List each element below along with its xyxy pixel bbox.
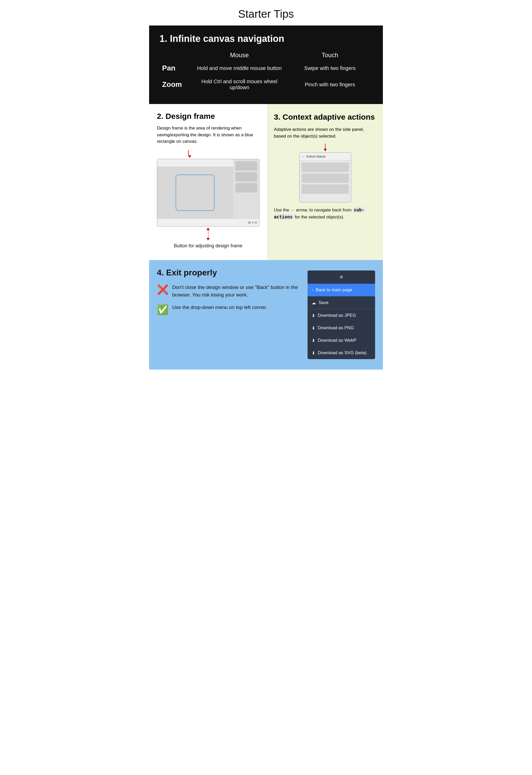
caa-action-name-text: Action Name xyxy=(306,154,325,158)
download-png-icon: ⬇ xyxy=(312,326,315,331)
sidebar-item-1 xyxy=(235,161,257,170)
do-text: Use the drop-down menu on top left corne… xyxy=(172,304,267,311)
menu-item-back-label: Back to main page xyxy=(316,287,352,293)
table-row: Zoom Hold Ctrl and scroll moues wheel up… xyxy=(159,75,373,94)
dropdown-menu: ≡ ‹ Back to main page ☁ Save ⬇ Download … xyxy=(308,271,375,359)
section-4-left: 4. Exit properly ❌ Don't close the desig… xyxy=(157,268,300,359)
note-arrow-symbol: ← xyxy=(290,208,295,213)
nav-table: Mouse Touch Pan Hold and move middle mou… xyxy=(159,49,373,94)
menu-item-save-label: Save xyxy=(318,300,329,305)
caa-panel: ← Action Name xyxy=(299,152,351,202)
exit-item-do: ✅ Use the drop-down menu on top left cor… xyxy=(157,304,300,315)
menu-item-download-jpeg[interactable]: ⬇ Download as JPEG xyxy=(308,309,375,322)
save-icon: ☁ xyxy=(312,300,316,305)
back-icon: ‹ xyxy=(312,288,313,292)
design-frame-bottom-label: Button for adjusting design frame xyxy=(157,243,260,249)
do-icon: ✅ xyxy=(157,304,169,315)
exit-item-dont: ❌ Don't close the design window or use "… xyxy=(157,284,300,299)
context-adaptive-diagram: ← Action Name xyxy=(274,143,377,202)
zoom-mouse-instruction: Hold Ctrl and scroll moues wheel up/down xyxy=(191,75,287,94)
menu-item-download-png-label: Download as PNG xyxy=(318,325,354,331)
sections-2-3-container: 2. Design frame Design frame is the area… xyxy=(149,104,383,260)
section-1-title: 1. Infinite canvas navigation xyxy=(159,33,373,44)
caa-item-1 xyxy=(302,162,349,172)
hamburger-button[interactable]: ≡ xyxy=(308,271,375,284)
design-frame-diagram: ← Action Name W x H xyxy=(157,150,260,249)
section-3-note: Use the ← arrow, to navigate back from s… xyxy=(274,207,377,221)
note-prefix: Use the xyxy=(274,208,289,213)
dimensions-label: W x H xyxy=(248,221,257,225)
dont-text: Don't close the design window or use "Ba… xyxy=(172,284,300,299)
menu-item-download-svg[interactable]: ⬇ Download as SVG (beta) xyxy=(308,347,375,359)
menu-item-download-webp[interactable]: ⬇ Download as WebP xyxy=(308,334,375,347)
table-row: Pan Hold and move middle mouse button Sw… xyxy=(159,61,373,75)
action-zoom: Zoom xyxy=(159,75,191,94)
canvas-area xyxy=(157,167,233,219)
section-1: 1. Infinite canvas navigation Mouse Touc… xyxy=(149,25,383,104)
menu-item-download-svg-label: Download as SVG (beta) xyxy=(318,350,367,356)
sidebar-item-2 xyxy=(235,172,257,181)
menu-item-back-to-main[interactable]: ‹ Back to main page xyxy=(308,284,375,296)
note-suffix: arrow, to navigate back from xyxy=(296,208,352,213)
section-4: 4. Exit properly ❌ Don't close the desig… xyxy=(149,260,383,370)
touch-header: Touch xyxy=(287,49,373,61)
download-webp-icon: ⬇ xyxy=(312,338,315,343)
caa-top-arrow xyxy=(324,143,327,151)
design-frame-canvas: ← Action Name W x H xyxy=(157,159,260,227)
caa-item-2 xyxy=(302,173,349,183)
section-3-description: Adaptive actions are shown on the side p… xyxy=(274,126,377,139)
menu-item-download-jpeg-label: Download as JPEG xyxy=(318,313,356,318)
menu-item-download-png[interactable]: ⬇ Download as PNG xyxy=(308,322,375,334)
blue-design-frame-rect xyxy=(176,174,215,211)
caa-item-3 xyxy=(302,184,349,194)
page-title: Starter Tips xyxy=(149,0,383,25)
pan-mouse-instruction: Hold and move middle mouse button xyxy=(191,61,287,75)
dont-icon: ❌ xyxy=(157,284,169,295)
menu-item-download-webp-label: Download as WebP xyxy=(318,338,356,343)
hamburger-icon: ≡ xyxy=(340,274,343,280)
download-svg-icon: ⬇ xyxy=(312,351,315,356)
action-pan: Pan xyxy=(159,61,191,75)
section-2-title: 2. Design frame xyxy=(157,112,260,121)
canvas-bottom-bar: W x H xyxy=(157,219,259,226)
caa-back-arrow-icon: ← xyxy=(302,154,305,159)
sidebar-item-3 xyxy=(235,183,257,192)
mouse-header: Mouse xyxy=(191,49,287,61)
section-2-description: Design frame is the area of rendering wh… xyxy=(157,125,260,145)
download-jpeg-icon: ⬇ xyxy=(312,313,315,318)
zoom-touch-instruction: Pinch with two fingers xyxy=(287,75,373,94)
caa-top-bar: ← Action Name xyxy=(300,153,351,160)
section-4-title: 4. Exit properly xyxy=(157,268,300,278)
pan-touch-instruction: Swipe with two fingers xyxy=(287,61,373,75)
section-2: 2. Design frame Design frame is the area… xyxy=(149,104,268,260)
section-3-title: 3. Context adaptive actions xyxy=(274,112,377,122)
canvas-sidebar xyxy=(233,159,259,219)
note-end: for the selected object(s). xyxy=(295,215,344,220)
section-3: 3. Context adaptive actions Adaptive act… xyxy=(268,104,383,260)
caa-body xyxy=(300,160,351,202)
menu-item-save[interactable]: ☁ Save xyxy=(308,297,375,309)
